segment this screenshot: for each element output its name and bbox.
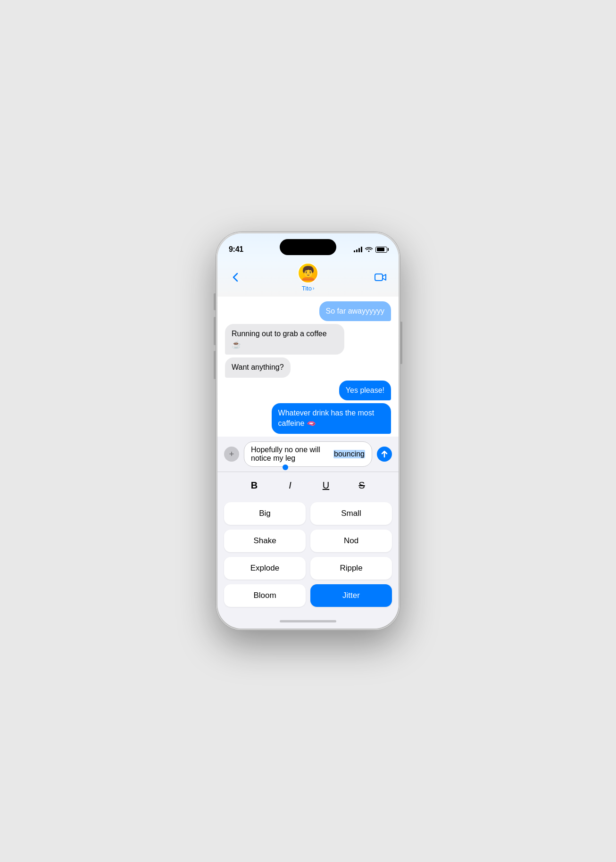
message-row: Yes please! bbox=[225, 381, 391, 400]
power-button[interactable] bbox=[400, 322, 402, 364]
volume-down-button[interactable] bbox=[214, 351, 216, 379]
nav-bar: 🧑‍🦱 Tito › bbox=[217, 259, 399, 297]
bold-button[interactable]: B bbox=[246, 477, 263, 494]
effect-small-button[interactable]: Small bbox=[310, 502, 392, 525]
effect-shake-button[interactable]: Shake bbox=[224, 530, 306, 552]
underline-button[interactable]: U bbox=[317, 477, 334, 494]
home-bar bbox=[280, 620, 336, 622]
signal-bar-1 bbox=[354, 250, 355, 252]
add-attachment-button[interactable]: + bbox=[224, 447, 239, 462]
effect-jitter-button[interactable]: Jitter bbox=[310, 584, 392, 607]
message-row: So far awayyyyyy bbox=[225, 301, 391, 321]
battery-icon bbox=[375, 247, 387, 253]
signal-bar-3 bbox=[358, 248, 360, 252]
avatar: 🧑‍🦱 bbox=[298, 263, 318, 283]
message-bubble-sent[interactable]: Yes please! bbox=[339, 381, 391, 400]
message-row: Want anything? bbox=[225, 357, 391, 377]
message-row: Running out to grab a coffee ☕ bbox=[225, 324, 391, 355]
home-indicator bbox=[217, 613, 399, 629]
effect-ripple-button[interactable]: Ripple bbox=[310, 557, 392, 580]
message-row: Whatever drink has the most caffeine 🫦 bbox=[225, 403, 391, 434]
effects-grid: Big Small Shake Nod Explode Ripple Bloom… bbox=[217, 498, 399, 613]
format-toolbar: B I U S bbox=[217, 472, 399, 498]
effect-big-button[interactable]: Big bbox=[224, 502, 306, 525]
svg-rect-0 bbox=[375, 274, 383, 281]
signal-bar-2 bbox=[356, 249, 358, 252]
effect-bloom-button[interactable]: Bloom bbox=[224, 584, 306, 607]
input-area: + Hopefully no one will notice my leg bo… bbox=[217, 437, 399, 472]
message-bubble-sent[interactable]: So far awayyyyyy bbox=[319, 301, 391, 321]
input-text-before: Hopefully no one will notice my leg bbox=[251, 446, 333, 463]
signal-bars bbox=[354, 247, 362, 252]
message-input[interactable]: Hopefully no one will notice my leg boun… bbox=[244, 441, 372, 467]
signal-bar-4 bbox=[361, 247, 362, 252]
status-icons bbox=[354, 246, 387, 253]
send-button[interactable] bbox=[377, 447, 392, 462]
dynamic-island bbox=[280, 239, 336, 255]
effect-explode-button[interactable]: Explode bbox=[224, 557, 306, 580]
text-cursor-handle[interactable] bbox=[283, 464, 288, 470]
status-time: 9:41 bbox=[229, 245, 243, 254]
battery-fill bbox=[377, 248, 384, 251]
strikethrough-button[interactable]: S bbox=[353, 477, 370, 494]
effect-nod-button[interactable]: Nod bbox=[310, 530, 392, 552]
message-bubble-received[interactable]: Running out to grab a coffee ☕ bbox=[225, 324, 344, 355]
message-bubble-sent[interactable]: Whatever drink has the most caffeine 🫦 bbox=[272, 403, 391, 434]
contact-name: Tito bbox=[302, 285, 312, 292]
mute-button[interactable] bbox=[214, 293, 216, 310]
phone-screen: 9:41 bbox=[217, 233, 399, 629]
phone-frame: 9:41 bbox=[216, 232, 400, 630]
volume-up-button[interactable] bbox=[214, 317, 216, 345]
status-bar: 9:41 bbox=[217, 233, 399, 259]
italic-button[interactable]: I bbox=[282, 477, 299, 494]
wifi-icon bbox=[365, 246, 373, 253]
messages-area: So far awayyyyyy Running out to grab a c… bbox=[217, 297, 399, 437]
message-bubble-received[interactable]: Want anything? bbox=[225, 357, 291, 377]
back-button[interactable] bbox=[227, 269, 244, 286]
input-text-selected: bouncing bbox=[333, 450, 365, 458]
contact-info[interactable]: 🧑‍🦱 Tito › bbox=[298, 263, 318, 292]
video-call-button[interactable] bbox=[372, 269, 389, 286]
contact-name-chevron: › bbox=[313, 286, 314, 291]
